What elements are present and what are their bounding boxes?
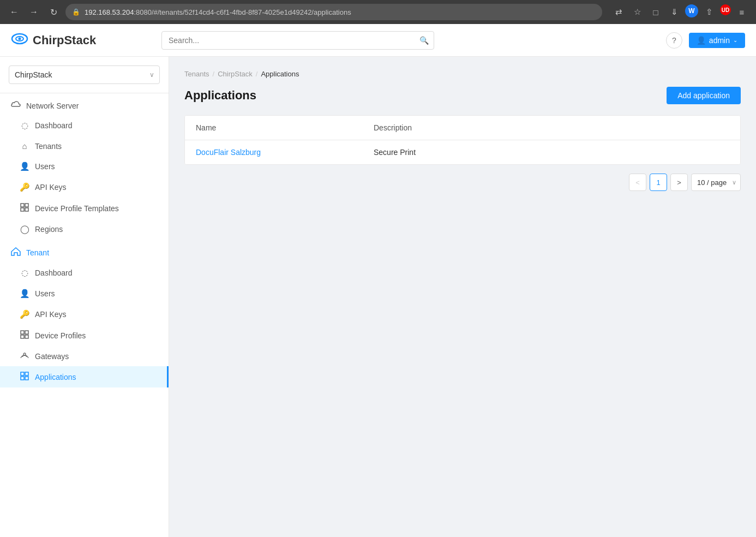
sidebar-item-label: Users [35, 162, 55, 171]
address-host: 192.168.53.204 [85, 8, 134, 16]
pocket-button[interactable]: □ [648, 4, 663, 20]
app-container: ChirpStack 🔍 ? 👤 admin ⌄ ChirpStack [0, 24, 756, 537]
breadcrumb: Tenants / ChirpStack / Applications [184, 70, 741, 78]
breadcrumb-tenants[interactable]: Tenants [184, 70, 209, 78]
header-search[interactable]: 🔍 [161, 31, 434, 50]
address-text: 192.168.53.204:8080/#/tenants/52f14cd4-c… [85, 8, 351, 16]
device-profile-templates-icon [20, 203, 29, 213]
content-area: Tenants / ChirpStack / Applications Appl… [169, 57, 756, 537]
sidebar-item-gateways[interactable]: Gateways [0, 346, 169, 366]
svg-rect-14 [25, 377, 28, 380]
sidebar-item-api-keys[interactable]: 🔑 API Keys [0, 177, 169, 198]
network-server-label: Network Server [26, 102, 79, 110]
sidebar-item-device-profiles[interactable]: Device Profiles [0, 325, 169, 346]
gateways-icon [20, 351, 29, 361]
cloud-icon [11, 101, 21, 111]
sidebar-item-label: Dashboard [35, 121, 73, 130]
svg-rect-3 [21, 204, 24, 207]
reload-button[interactable]: ↻ [46, 4, 61, 20]
sidebar-item-label: Device Profiles [35, 331, 86, 340]
regions-icon: ◯ [20, 224, 29, 234]
global-nav: ◌ Dashboard ⌂ Tenants 👤 Users 🔑 API Keys [0, 115, 169, 240]
main-layout: ChirpStack Network Server ◌ Dashboard [0, 57, 756, 537]
network-server-section: Network Server [0, 93, 169, 115]
svg-rect-9 [21, 335, 24, 338]
address-path: :8080/#/tenants/52f14cd4-c6f1-4fbd-8f87-… [134, 8, 351, 16]
menu-button[interactable]: ≡ [734, 4, 749, 20]
breadcrumb-chirpstack[interactable]: ChirpStack [218, 70, 253, 78]
forward-button[interactable]: → [26, 4, 41, 20]
current-page-button[interactable]: 1 [650, 174, 667, 191]
tenant-section-label: Tenant [26, 248, 49, 257]
sidebar-item-applications[interactable]: Applications [0, 366, 169, 387]
svg-rect-5 [21, 208, 24, 211]
tenant-nav: ◌ Dashboard 👤 Users 🔑 API Keys [0, 262, 169, 387]
bookmark-button[interactable]: ☆ [629, 4, 645, 20]
svg-rect-4 [25, 204, 28, 207]
next-page-button[interactable]: > [670, 174, 688, 191]
download-button[interactable]: ⇓ [667, 4, 682, 20]
sidebar-item-users[interactable]: 👤 Users [0, 156, 169, 177]
account-badge[interactable]: UD [720, 4, 731, 15]
sidebar-item-tenants[interactable]: ⌂ Tenants [0, 136, 169, 156]
pagination: < 1 > 10 / page 20 / page 50 / page [184, 174, 741, 191]
tenant-select[interactable]: ChirpStack [9, 65, 160, 84]
tenant-select-wrap: ChirpStack [9, 65, 160, 84]
user-label: admin [709, 36, 730, 45]
profile-badge[interactable]: W [685, 4, 698, 17]
sidebar-item-dashboard[interactable]: ◌ Dashboard [0, 115, 169, 136]
sidebar-item-tenant-api-keys[interactable]: 🔑 API Keys [0, 304, 169, 325]
column-description: Description [374, 123, 729, 132]
sidebar-item-label: Device Profile Templates [35, 204, 119, 213]
user-menu-button[interactable]: 👤 admin ⌄ [689, 33, 745, 48]
sidebar-item-label: Regions [35, 225, 63, 234]
svg-rect-11 [21, 372, 24, 375]
help-button[interactable]: ? [666, 32, 682, 49]
breadcrumb-sep-2: / [256, 70, 258, 78]
table-header: Name Description [185, 116, 740, 140]
tenant-home-icon [11, 247, 21, 258]
add-application-button[interactable]: Add application [667, 87, 741, 104]
tenant-dashboard-icon: ◌ [20, 268, 29, 278]
breadcrumb-current: Applications [261, 70, 299, 78]
sidebar-item-label: Applications [35, 373, 76, 381]
logo-icon [11, 30, 28, 51]
header-right: ? 👤 admin ⌄ [666, 32, 745, 49]
sidebar-item-tenant-users[interactable]: 👤 Users [0, 283, 169, 304]
svg-rect-10 [25, 335, 28, 338]
api-keys-icon: 🔑 [20, 182, 29, 192]
tenants-icon: ⌂ [20, 141, 29, 151]
application-name-link[interactable]: DocuFlair Salzburg [196, 148, 374, 157]
page-title: Applications [184, 88, 256, 103]
tenant-section-header: Tenant [0, 240, 169, 262]
user-chevron-icon: ⌄ [733, 37, 737, 43]
logo-area: ChirpStack [11, 30, 153, 51]
tenant-selector-area: ChirpStack [0, 57, 169, 93]
breadcrumb-sep-1: / [213, 70, 215, 78]
per-page-wrap: 10 / page 20 / page 50 / page [691, 174, 741, 191]
prev-page-button[interactable]: < [629, 174, 646, 191]
share-button[interactable]: ⇧ [701, 4, 717, 20]
sidebar-item-regions[interactable]: ◯ Regions [0, 219, 169, 240]
translate-button[interactable]: ⇄ [611, 4, 626, 20]
search-input[interactable] [161, 31, 434, 50]
tenant-users-icon: 👤 [20, 289, 29, 299]
sidebar-item-tenant-dashboard[interactable]: ◌ Dashboard [0, 262, 169, 283]
svg-rect-8 [25, 331, 28, 334]
security-icon: 🔒 [72, 8, 80, 16]
sidebar-item-label: API Keys [35, 310, 67, 319]
back-button[interactable]: ← [7, 4, 22, 20]
applications-table: Name Description DocuFlair Salzburg Secu… [184, 115, 741, 165]
svg-rect-6 [25, 208, 28, 211]
svg-rect-13 [21, 377, 24, 380]
application-description: Secure Print [374, 148, 729, 157]
sidebar-item-label: API Keys [35, 183, 67, 192]
users-icon: 👤 [20, 162, 29, 171]
per-page-select[interactable]: 10 / page 20 / page 50 / page [691, 174, 741, 191]
address-bar[interactable]: 🔒 192.168.53.204:8080/#/tenants/52f14cd4… [65, 4, 602, 20]
browser-chrome: ← → ↻ 🔒 192.168.53.204:8080/#/tenants/52… [0, 0, 756, 24]
search-icon[interactable]: 🔍 [419, 36, 429, 45]
column-name: Name [196, 123, 374, 132]
sidebar-item-label: Gateways [35, 352, 69, 361]
sidebar-item-device-profile-templates[interactable]: Device Profile Templates [0, 198, 169, 219]
